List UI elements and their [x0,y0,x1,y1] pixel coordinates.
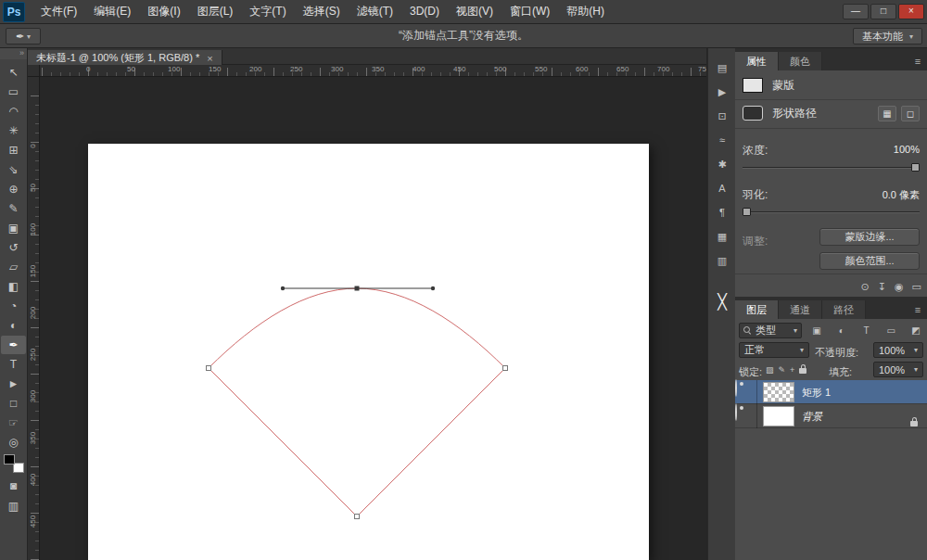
eye-icon[interactable] [735,379,737,397]
lock-all-icon[interactable] [799,363,806,375]
gradient-tool[interactable]: ◧ [1,277,26,296]
menu-item[interactable]: 文件(F) [32,0,85,23]
lasso-tool[interactable]: ◠ [1,102,26,121]
tab-paths[interactable]: 路径 [822,300,866,319]
info-panel-icon[interactable]: ▦ [711,226,733,247]
load-selection-icon[interactable]: ⊙ [861,281,870,293]
filter-smart-object-icon[interactable]: ◩ [908,325,923,336]
lock-transparent-icon[interactable]: ▨ [766,365,774,375]
brush-tool[interactable]: ✎ [1,199,26,218]
disable-mask-icon[interactable]: ◉ [895,281,904,293]
eyedropper-tool[interactable]: ⇘ [1,160,26,179]
visibility-cell[interactable] [735,404,757,428]
document-canvas[interactable] [88,144,649,560]
filter-shape-icon[interactable]: ▭ [883,325,898,336]
clone-source-panel-icon[interactable]: ⊡ [711,106,733,126]
close-button[interactable]: × [898,4,924,19]
workspace-switcher-button[interactable]: 基本功能 ▾ [853,28,922,45]
menu-item[interactable]: 文字(T) [241,0,294,23]
layer-row-rectangle-1[interactable]: 矩形 1 [735,380,927,404]
tab-color[interactable]: 颜色 [779,52,822,70]
delete-mask-icon[interactable]: ▭ [912,281,921,293]
menu-item[interactable]: 选择(S) [295,0,349,23]
vector-mask-button[interactable]: ◻ [901,106,920,121]
tab-close-icon[interactable]: × [207,53,212,64]
crop-tool[interactable]: ⊞ [1,141,26,159]
layer-name[interactable]: 背景 [802,404,822,428]
quick-mask-button[interactable]: ◙ [1,477,26,495]
eye-icon[interactable] [735,403,737,421]
hand-tool[interactable]: ☞ [1,414,26,432]
visibility-cell[interactable] [735,380,757,404]
fan-shape-path[interactable] [88,144,649,560]
vertical-ruler[interactable]: 050100150200250300350400450 [28,77,40,560]
layer-filter-dropdown[interactable]: 类型 ▾ [739,323,802,338]
tool-preset-picker[interactable]: ✒ ▾ [6,28,41,45]
actions-panel-icon[interactable]: ▶ [711,82,733,102]
fill-dropdown[interactable]: 100% ▾ [873,362,923,377]
apply-mask-icon[interactable]: ↧ [878,281,886,293]
opacity-dropdown[interactable]: 100% ▾ [873,342,923,358]
horizontal-ruler[interactable]: 0501001502002503003504004505005506006507… [40,65,706,77]
rectangle-tool[interactable]: □ [1,394,26,413]
feather-slider[interactable] [743,208,920,217]
foreground-color-swatch[interactable] [4,454,15,465]
document-tab[interactable]: 未标题-1 @ 100% (矩形 1, RGB/8) * × [28,50,222,67]
menu-item[interactable]: 3D(D) [401,0,448,23]
lock-position-icon[interactable]: + [790,365,794,375]
canvas-viewport[interactable] [40,77,706,560]
styles-panel-icon[interactable]: ≈ [711,130,733,150]
filter-adjustment-icon[interactable]: ◐ [834,325,849,336]
menu-item[interactable]: 滤镜(T) [349,0,401,23]
tab-layers[interactable]: 图层 [735,300,779,319]
color-range-button[interactable]: 颜色范围... [819,252,920,270]
close-x-icon[interactable]: ╳ [711,291,733,313]
menu-item[interactable]: 图像(I) [139,0,188,23]
blur-tool[interactable]: ◔ [1,297,26,315]
density-value[interactable]: 100% [894,144,920,155]
paragraph-panel-icon[interactable]: ¶ [711,202,733,223]
layer-row-background[interactable]: 背景 [735,404,927,428]
color-swatches[interactable] [4,454,24,473]
eraser-tool[interactable]: ▱ [1,258,26,276]
menu-item[interactable]: 帮助(H) [558,0,613,23]
toolbar-collapse-icon[interactable]: » [0,48,27,59]
tab-channels[interactable]: 通道 [779,300,822,319]
panel-menu-icon[interactable]: ≡ [908,300,927,319]
feather-value[interactable]: 0.0 像素 [883,188,920,202]
filter-type-icon[interactable]: T [859,325,874,336]
menu-item[interactable]: 编辑(E) [85,0,139,23]
pixel-mask-button[interactable]: ▦ [878,106,896,121]
lock-pixels-icon[interactable]: ✎ [779,365,786,375]
menu-item[interactable]: 窗口(W) [502,0,558,23]
tab-properties[interactable]: 属性 [735,52,779,70]
blend-mode-dropdown[interactable]: 正常 ▾ [739,342,809,358]
brush-presets-panel-icon[interactable]: ✱ [711,154,733,174]
filter-pixel-icon[interactable]: ▣ [809,325,824,336]
zoom-tool[interactable]: ◎ [1,433,26,452]
history-brush-tool[interactable]: ↺ [1,238,26,257]
quick-selection-tool[interactable]: ✳ [1,121,26,140]
panel-menu-icon[interactable]: ≡ [908,52,927,70]
layer-thumbnail[interactable] [763,382,794,402]
clone-stamp-tool[interactable]: ▣ [1,219,26,237]
slider-knob[interactable] [911,163,920,172]
marquee-tool[interactable]: ▭ [1,83,26,101]
menu-item[interactable]: 视图(V) [448,0,502,23]
maximize-button[interactable]: □ [870,4,896,19]
move-tool[interactable]: ↖ [1,63,26,82]
history-panel-icon[interactable]: ▤ [711,57,733,78]
layer-name[interactable]: 矩形 1 [802,380,831,404]
density-slider[interactable] [743,163,920,172]
slider-knob[interactable] [743,208,751,216]
healing-brush-tool[interactable]: ⊕ [1,180,26,198]
path-selection-tool[interactable]: ► [1,375,26,393]
layer-thumbnail[interactable] [763,406,794,426]
character-panel-icon[interactable]: A [711,178,733,198]
pen-tool[interactable]: ✒ [1,336,26,354]
type-tool[interactable]: T [1,355,26,374]
mask-edge-button[interactable]: 蒙版边缘... [819,228,920,246]
menu-item[interactable]: 图层(L) [189,0,242,23]
screen-mode-button[interactable]: ▥ [1,497,26,515]
minimize-button[interactable]: — [843,4,869,19]
